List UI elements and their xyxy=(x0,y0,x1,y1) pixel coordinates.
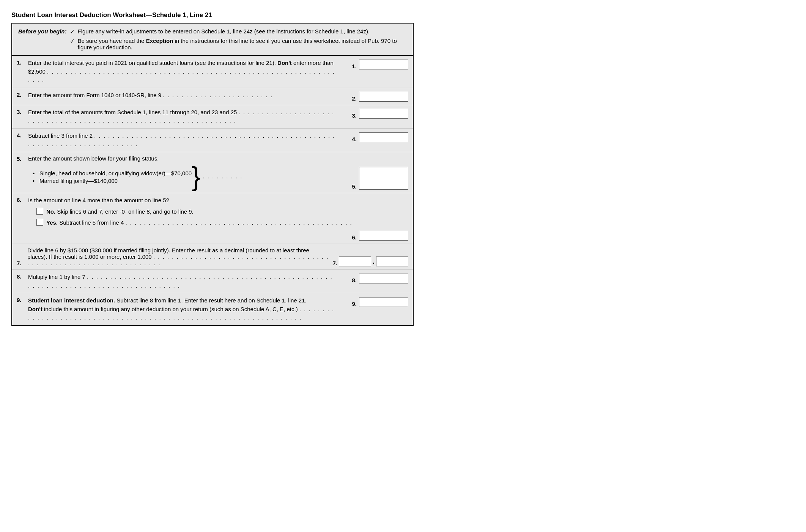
line-2-content: Enter the amount from Form 1040 or 1040-… xyxy=(28,91,337,100)
line-1-input[interactable] xyxy=(359,60,408,69)
line-8-label: 8. xyxy=(352,277,357,283)
line-4-num: 4. xyxy=(17,132,25,139)
before-begin-text-1: Figure any write-in adjustments to be en… xyxy=(78,28,370,35)
line-2-row: 2. Enter the amount from Form 1040 or 10… xyxy=(12,88,413,105)
line-7-right: 7. . xyxy=(332,257,408,266)
line-9-label: 9. xyxy=(352,301,357,307)
line-6-no-checkbox[interactable] xyxy=(36,208,43,215)
line-4-label: 4. xyxy=(352,136,357,142)
before-begin-item-2: ✓ Be sure you have read the Exception in… xyxy=(70,38,407,50)
line-7-row: 7. Divide line 6 by $15,000 ($30,000 if … xyxy=(12,244,413,270)
line-9-input[interactable] xyxy=(359,297,408,307)
line-2-right: 2. xyxy=(340,91,408,102)
line-1-label: 1. xyxy=(352,63,357,69)
checkmark-1-icon: ✓ xyxy=(70,28,75,35)
line-6-num: 6. xyxy=(17,196,25,203)
line-3-content: Enter the total of the amounts from Sche… xyxy=(28,108,337,125)
line-2-input[interactable] xyxy=(359,92,408,102)
line-5-left: 5. Enter the amount shown below for your… xyxy=(12,152,345,193)
line-7-label: 7. xyxy=(332,260,337,266)
line-5-input[interactable] xyxy=(359,167,408,190)
line-2-label: 2. xyxy=(352,95,357,102)
line-1-content: Enter the total interest you paid in 202… xyxy=(28,59,337,85)
line-5-row: 5. Enter the amount shown below for your… xyxy=(12,152,413,193)
line-6-content: Is the amount on line 4 more than the am… xyxy=(28,196,408,230)
line-6-label: 6. xyxy=(352,234,357,241)
line-8-right: 8. xyxy=(340,273,408,283)
line-1-right: 1. xyxy=(340,59,408,69)
before-begin-text-2: Be sure you have read the Exception in t… xyxy=(78,38,407,50)
line-8-num: 8. xyxy=(17,273,25,280)
line-6-yes-checkbox[interactable] xyxy=(36,219,43,226)
before-begin-item-1: ✓ Figure any write-in adjustments to be … xyxy=(70,28,407,35)
before-begin-label: Before you begin: xyxy=(18,28,67,35)
line-3-label: 3. xyxy=(352,112,357,119)
line-7-content: Divide line 6 by $15,000 ($30,000 if mar… xyxy=(27,247,330,266)
line-3-right: 3. xyxy=(340,108,408,119)
brace-icon: } xyxy=(192,163,200,190)
line-4-input[interactable] xyxy=(359,132,408,142)
line-6-input[interactable] xyxy=(359,231,408,241)
line-7-num: 7. xyxy=(17,260,25,266)
before-begin-items: ✓ Figure any write-in adjustments to be … xyxy=(70,28,407,50)
line-4-content: Subtract line 3 from line 2 . . . . . . … xyxy=(28,132,337,149)
line-4-row: 4. Subtract line 3 from line 2 . . . . .… xyxy=(12,129,413,152)
line-6-no-row: No. Skip lines 6 and 7, enter -0- on lin… xyxy=(36,208,408,216)
line-6-section: 6. Is the amount on line 4 more than the… xyxy=(12,193,413,244)
line-5-intro: Enter the amount shown below for your fi… xyxy=(28,155,242,162)
before-begin-section: Before you begin: ✓ Figure any write-in … xyxy=(12,24,413,56)
line-9-content: Student loan interest deduction. Subtrac… xyxy=(28,296,337,322)
line-5-num: 5. xyxy=(17,155,25,162)
line-9-row: 9. Student loan interest deduction. Subt… xyxy=(12,293,413,325)
line-8-content: Multiply line 1 by line 7 . . . . . . . … xyxy=(28,273,337,290)
line-3-num: 3. xyxy=(17,108,25,115)
line-7-input-left[interactable] xyxy=(339,257,371,266)
line-5-right: 5. xyxy=(345,152,413,193)
line-5-bullet-1: • Single, head of household, or qualifyi… xyxy=(33,170,192,176)
line-8-input[interactable] xyxy=(359,274,408,283)
line-1-num: 1. xyxy=(17,59,25,66)
line-4-right: 4. xyxy=(340,132,408,142)
line-5-bullet-2: • Married filing jointly—$140,000 xyxy=(33,178,192,184)
line-7-input-right[interactable] xyxy=(376,257,408,266)
line-3-input[interactable] xyxy=(359,109,408,119)
line-9-num: 9. xyxy=(17,296,25,303)
line-3-row: 3. Enter the total of the amounts from S… xyxy=(12,105,413,129)
line-6-yes-row: Yes. Subtract line 5 from line 4 . . . .… xyxy=(36,219,408,227)
line-5-dots: . . . . . . . . . xyxy=(203,173,242,179)
checkmark-2-icon: ✓ xyxy=(70,38,75,45)
line-9-right: 9. xyxy=(340,296,408,307)
lines-section: 1. Enter the total interest you paid in … xyxy=(12,56,413,325)
line-2-num: 2. xyxy=(17,91,25,98)
line-8-row: 8. Multiply line 1 by line 7 . . . . . .… xyxy=(12,270,413,293)
line-1-row: 1. Enter the total interest you paid in … xyxy=(12,56,413,88)
decimal-dot: . xyxy=(373,258,375,266)
line-5-label: 5. xyxy=(352,183,357,190)
worksheet-title: Student Loan Interest Deduction Workshee… xyxy=(11,11,795,19)
line-6-bottom: 6. xyxy=(17,231,408,241)
worksheet-container: Before you begin: ✓ Figure any write-in … xyxy=(11,23,414,326)
